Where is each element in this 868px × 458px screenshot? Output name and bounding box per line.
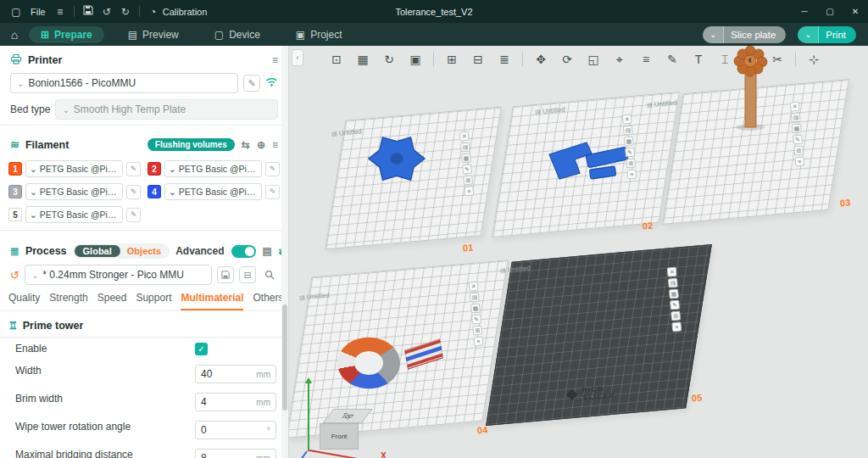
filament-settings-icon[interactable]: ≡ xyxy=(272,139,278,151)
edit-filament-icon[interactable]: ✎ xyxy=(126,162,141,176)
param-input[interactable]: 40mm xyxy=(195,365,276,383)
plate-name-icon[interactable]: ▤ xyxy=(623,126,633,136)
plate-settings-icon[interactable]: ▦ xyxy=(461,154,471,164)
scope-global[interactable]: Global xyxy=(75,245,120,257)
process-preset-select[interactable]: ⌄ * 0.24mm Stronger - Pico MMU xyxy=(25,265,212,285)
tab-prepare[interactable]: ⊞ Prepare xyxy=(29,26,104,43)
delete-plate-icon[interactable]: ✕ xyxy=(622,114,632,125)
bed-type-select[interactable]: ⌄ Smooth High Temp Plate xyxy=(55,99,278,120)
redo-icon[interactable]: ↻ xyxy=(116,6,135,18)
edit-plate-icon[interactable]: ✎ xyxy=(471,315,481,325)
process-tab-others[interactable]: Others xyxy=(253,292,283,310)
flushing-volumes-button[interactable]: Flushing volumes xyxy=(147,138,235,151)
delete-plate-icon[interactable]: ✕ xyxy=(459,131,470,142)
param-input[interactable]: 8mm xyxy=(195,449,276,458)
object-list-icon[interactable]: ≣ xyxy=(496,51,513,68)
save-preset-icon[interactable] xyxy=(217,266,234,283)
viewport-3d[interactable]: ‹ ⊡▦↻▣⊞⊟≣✥⟳◱⌖≡✎T⌶◐✂⊹ ▤Untitled ▤Untitled… xyxy=(289,46,868,458)
duplicate-plate-icon[interactable]: ⊞ xyxy=(670,310,681,321)
slice-plate-button[interactable]: ⌄ Slice plate xyxy=(703,26,786,43)
filament-color-chip[interactable]: 5 xyxy=(8,208,22,221)
chevron-down-icon[interactable]: ⌄ xyxy=(703,26,723,43)
maximize-button[interactable]: ▢ xyxy=(817,0,843,23)
file-menu[interactable]: File xyxy=(25,7,51,17)
filament-select[interactable]: ⌄PETG Basic @Pic... xyxy=(25,206,123,223)
param-input[interactable]: 4mm xyxy=(195,393,276,411)
param-input[interactable]: 0° xyxy=(195,421,276,439)
process-tab-speed[interactable]: Speed xyxy=(97,292,127,310)
model-gear-blue[interactable] xyxy=(364,134,430,190)
orientation-gizmo[interactable]: X Top Front xyxy=(294,368,396,458)
print-button[interactable]: ⌄ Print xyxy=(798,26,856,43)
enable-checkbox[interactable]: ✓ xyxy=(195,343,208,355)
chevron-down-icon[interactable]: ⌄ xyxy=(798,26,818,43)
save-icon[interactable] xyxy=(79,5,97,18)
plate-settings-icon[interactable]: ▦ xyxy=(669,289,679,299)
collapse-sidebar-icon[interactable]: ‹ xyxy=(292,49,303,66)
rotate-icon[interactable]: ⟳ xyxy=(559,51,576,68)
split-parts-icon[interactable]: ⊟ xyxy=(470,51,487,68)
process-tab-multimaterial[interactable]: Multimaterial xyxy=(181,292,243,310)
plate-name-icon[interactable]: ▤ xyxy=(460,142,470,153)
edit-filament-icon[interactable]: ✎ xyxy=(265,162,280,176)
home-icon[interactable]: ⌂ xyxy=(0,28,29,42)
gizmo-front-face[interactable]: Front xyxy=(320,423,359,450)
plate-name-icon[interactable]: ▤ xyxy=(668,278,678,288)
calibration-icon[interactable]: ◔ xyxy=(144,6,163,18)
delete-plate-icon[interactable]: ✕ xyxy=(790,102,800,112)
minimize-button[interactable]: ─ xyxy=(792,0,817,23)
support-icon[interactable]: ⌶ xyxy=(716,51,733,68)
printer-select[interactable]: ⌄ Bonion1566 - PicoMMU xyxy=(10,73,238,93)
lock-plate-icon[interactable]: ≡ xyxy=(626,169,637,179)
model-parts-blue[interactable] xyxy=(537,126,635,192)
duplicate-plate-icon[interactable]: ⊞ xyxy=(472,325,482,335)
edit-plate-icon[interactable]: ✎ xyxy=(793,135,803,145)
scrollbar-thumb[interactable] xyxy=(282,304,287,411)
edit-plate-icon[interactable]: ✎ xyxy=(670,300,680,310)
delete-plate-icon[interactable]: ✕ xyxy=(469,282,479,292)
scale-icon[interactable]: ◱ xyxy=(585,51,602,68)
add-filament-icon[interactable]: ⊕ xyxy=(257,139,265,151)
plate-settings-icon[interactable]: ▦ xyxy=(470,304,481,314)
plate-settings-icon[interactable]: ▦ xyxy=(792,124,802,134)
move-icon[interactable]: ✥ xyxy=(532,51,549,68)
filament-color-chip[interactable]: 3 xyxy=(8,185,22,198)
filament-select[interactable]: ⌄PETG Basic @Pic... xyxy=(25,183,123,200)
snapshot-icon[interactable]: ▣ xyxy=(407,51,424,68)
filament-select[interactable]: ⌄PETG Basic @PicoM... xyxy=(164,160,262,177)
edit-plate-icon[interactable]: ✎ xyxy=(625,148,635,158)
slice-plate-label[interactable]: Slice plate xyxy=(723,26,786,43)
lock-plate-icon[interactable]: ≡ xyxy=(794,156,804,166)
flatten-icon[interactable]: ≡ xyxy=(637,51,654,68)
advanced-toggle[interactable] xyxy=(231,245,256,258)
auto-orient-icon[interactable]: ↻ xyxy=(381,51,398,68)
close-button[interactable]: ✕ xyxy=(843,0,868,23)
wifi-icon[interactable] xyxy=(265,75,278,91)
process-scope-toggle[interactable]: Global Objects xyxy=(73,243,170,259)
undo-icon[interactable]: ↺ xyxy=(97,6,116,18)
duplicate-plate-icon[interactable]: ⊞ xyxy=(626,158,636,168)
calibration-label[interactable]: Calibration xyxy=(163,7,208,17)
filament-color-chip[interactable]: 1 xyxy=(8,162,22,176)
edit-filament-icon[interactable]: ✎ xyxy=(126,208,141,222)
sidebar-scrollbar[interactable] xyxy=(281,46,288,458)
seam-icon[interactable]: ✎ xyxy=(664,51,681,68)
plate-settings-icon[interactable]: ▦ xyxy=(624,137,634,147)
print-label[interactable]: Print xyxy=(818,26,856,43)
edit-printer-icon[interactable]: ✎ xyxy=(243,75,260,92)
filament-color-chip[interactable]: 2 xyxy=(147,162,161,176)
printer-settings-icon[interactable]: ≡ xyxy=(272,54,278,66)
split-objects-icon[interactable]: ⊞ xyxy=(443,51,460,68)
duplicate-plate-icon[interactable]: ⊞ xyxy=(463,175,473,185)
color-paint-icon[interactable]: ◐ xyxy=(743,51,760,68)
edit-filament-icon[interactable]: ✎ xyxy=(265,185,280,199)
filament-color-chip[interactable]: 4 xyxy=(147,185,161,198)
plate-name-icon[interactable]: ▤ xyxy=(791,113,801,123)
gizmo-top-face[interactable]: Top xyxy=(322,409,372,423)
text-icon[interactable]: T xyxy=(690,51,707,68)
duplicate-plate-icon[interactable]: ⊞ xyxy=(793,145,804,155)
process-tab-strength[interactable]: Strength xyxy=(49,292,87,310)
plate-name-icon[interactable]: ▤ xyxy=(470,293,480,303)
filament-select[interactable]: ⌄PETG Basic @PicoM... xyxy=(164,183,262,200)
scope-objects[interactable]: Objects xyxy=(120,245,168,257)
